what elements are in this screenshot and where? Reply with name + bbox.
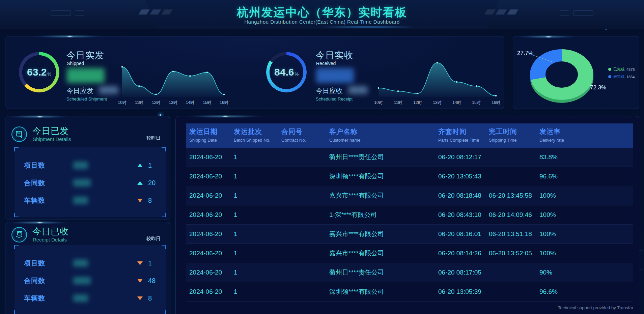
panel-flare [520, 34, 597, 39]
x-axis-label: 13时 [433, 100, 441, 105]
x-axis-label: 16时 [220, 100, 228, 105]
panel-flare [189, 114, 290, 119]
compare-yesterday-label: 较昨日 [146, 236, 161, 242]
received-subtitle: Received [316, 61, 336, 66]
received-value-masked [316, 68, 354, 83]
stat-row: 项目数1 [15, 160, 166, 171]
cell-shipping_date: 2024-06-20 [186, 269, 234, 276]
x-axis-label: 11时 [394, 100, 402, 105]
legend-name: 已完成 [613, 67, 624, 72]
legend-dot-icon [608, 68, 611, 71]
cell-delivery_rate: 100% [539, 230, 633, 238]
cell-shipping_date: 2024-06-20 [186, 250, 234, 257]
legend-item: 已完成4876 [608, 67, 635, 72]
cell-batch: 1 [234, 153, 281, 161]
shipment-details-panel: 今日已发 Shipment Details 较昨日 项目数1合同数20车辆数8 [5, 116, 170, 220]
column-header-en: Parts Complete Time [438, 138, 489, 143]
pie-legend: 已完成4876未完成1864 [608, 67, 635, 79]
cell-shipping_time: 06-20 13:52:05 [489, 250, 539, 257]
column-header-en: Shipping Time [489, 138, 539, 143]
overview-panel: 63.2 % 今日实发 Shipped 今日应发 Scheduled Shipm… [5, 36, 504, 109]
page-title: 杭州发运中心（华东）实时看板 [0, 5, 644, 20]
cell-delivery_rate: 100% [539, 192, 633, 199]
column-header-zh: 客户名称 [329, 127, 438, 136]
received-gauge-unit: % [295, 72, 299, 77]
column-header-en: Batch Shipped No. [234, 138, 281, 143]
cell-parts_complete_time: 06-20 08:12:17 [438, 153, 489, 161]
receipt-stat-box: 项目数1合同数48车辆数8 [15, 245, 166, 314]
stat-delta: 8 [148, 197, 166, 204]
cell-batch: 1 [234, 230, 281, 238]
stat-label: 项目数 [24, 259, 68, 268]
column-header: 合同号Contract No. [281, 123, 329, 148]
legend-dot-icon [608, 75, 611, 78]
stat-label: 车辆数 [24, 294, 68, 303]
shipped-gauge-unit: % [47, 72, 51, 77]
table-row: 2024-06-201深圳领****有限公司06-20 13:05:4396.6… [186, 167, 633, 186]
stat-delta: 48 [148, 277, 166, 285]
column-header: 发运批次Batch Shipped No. [234, 123, 281, 148]
received-hourly-chart: 10时11时12时13时14时15时16时 [374, 47, 501, 107]
panel-flare [10, 114, 91, 119]
cell-customer: 深圳领****有限公司 [329, 287, 438, 296]
trend-down-icon [137, 261, 143, 265]
x-axis-label: 16时 [492, 100, 500, 105]
x-axis-label: 15时 [203, 100, 211, 105]
cell-customer: 1-深****有限公司 [329, 210, 438, 219]
stat-label: 车辆数 [24, 196, 68, 205]
shipping-table-panel: 发运日期Shipping Date发运批次Batch Shipped No.合同… [175, 116, 639, 314]
receipt-details-panel: 今日已收 Receipt Details 较昨日 项目数1合同数48车辆数8 [5, 222, 170, 314]
stat-delta: 20 [148, 179, 166, 187]
compare-yesterday-label: 较昨日 [146, 135, 161, 141]
table-row: 2024-06-201衢州日****责任公司06-20 08:12:1783.8… [186, 148, 633, 167]
scheduled-receipt-sublabel: Scheduled Receipt [316, 96, 353, 102]
x-axis-label: 10时 [374, 100, 383, 105]
shipment-details-title: 今日已发 [32, 125, 69, 137]
column-header-zh: 齐套时间 [438, 127, 489, 136]
scheduled-receipt-label: 今日应收 [316, 86, 343, 95]
shipment-stat-box: 项目数1合同数20车辆数8 [15, 147, 166, 217]
trend-up-icon [137, 181, 143, 185]
cell-shipping_time: 06-20 13:45:58 [489, 192, 539, 199]
stat-value-masked [73, 162, 88, 169]
stat-value-masked [73, 197, 88, 204]
scheduled-shipment-label: 今日应发 [66, 86, 93, 95]
cell-customer: 深圳领****有限公司 [329, 172, 438, 181]
table-row: 2024-06-201嘉兴市****有限公司06-20 08:18:4806-2… [186, 186, 633, 205]
cell-delivery_rate: 90% [539, 269, 633, 276]
cell-parts_complete_time: 06-20 13:05:39 [438, 288, 489, 295]
stat-delta: 8 [148, 294, 166, 302]
cell-parts_complete_time: 06-20 13:05:43 [438, 173, 489, 180]
legend-value: 1864 [626, 75, 635, 79]
x-axis-label: 15时 [472, 100, 480, 105]
stat-row: 车辆数8 [15, 292, 166, 304]
trend-down-icon [137, 279, 143, 283]
column-header-zh: 完工时间 [489, 127, 539, 136]
cell-batch: 1 [234, 269, 281, 276]
stat-row: 项目数1 [15, 257, 166, 269]
stat-label: 项目数 [24, 161, 68, 170]
cell-batch: 1 [234, 211, 281, 219]
cell-customer: 嘉兴市****有限公司 [329, 230, 438, 238]
completion-panel: 27.7% 72.3% 已完成4876未完成1864 [513, 36, 639, 109]
x-axis-label: 12时 [413, 100, 422, 105]
trend-down-icon [137, 199, 143, 202]
column-header-en: Contract No. [281, 138, 329, 143]
shipment-details-subtitle: Shipment Details [33, 136, 71, 142]
scheduled-shipment-masked [99, 86, 118, 94]
received-gauge-percent: 84.6 [274, 66, 294, 78]
column-header: 完工时间Shipping Time [489, 123, 539, 148]
receipt-icon [11, 227, 27, 242]
pie-label-undone: 27.7% [517, 50, 533, 57]
column-header-zh: 合同号 [281, 127, 329, 136]
header-glow [297, 25, 439, 29]
stat-value-masked [73, 259, 88, 267]
x-axis-label: 11时 [135, 100, 143, 105]
stat-value-masked [73, 179, 91, 187]
shipped-gauge-value: 63.2 % [19, 52, 59, 92]
stat-row: 合同数48 [15, 275, 166, 286]
cell-batch: 1 [234, 173, 281, 180]
received-title: 今日实收 [316, 49, 354, 61]
pie-label-done: 72.3% [590, 84, 606, 91]
received-gauge-value: 84.6 % [266, 52, 307, 92]
